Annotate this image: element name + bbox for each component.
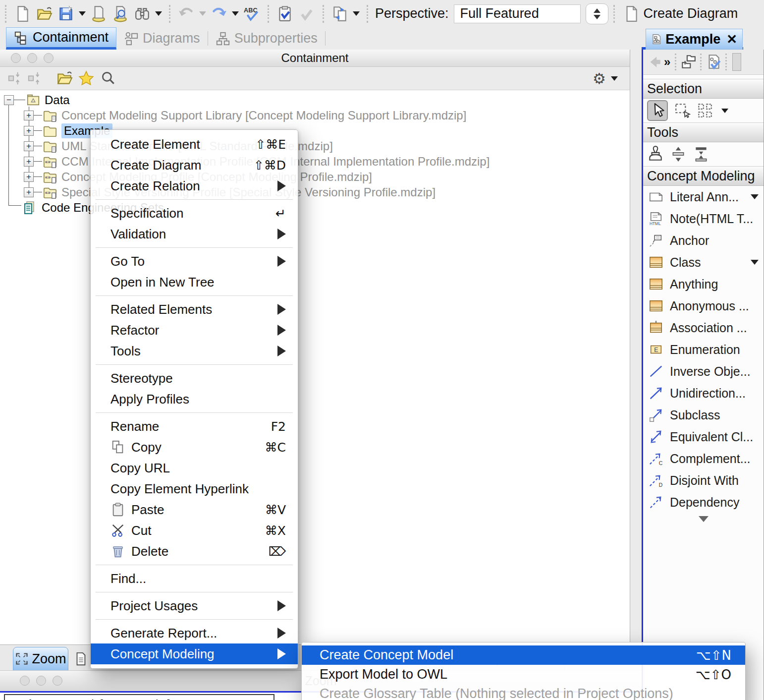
menu-item-create-element[interactable]: Create Element⇧⌘E (91, 134, 298, 155)
palette-item-class[interactable]: Class (643, 251, 764, 273)
options-dropdown-icon[interactable] (611, 76, 618, 81)
palette-item-anything[interactable]: Anything (643, 273, 764, 295)
find-icon[interactable] (134, 5, 151, 22)
palette-item-inverse-obje[interactable]: Inverse Obje... (643, 360, 764, 382)
menu-item-copy[interactable]: Copy⌘C (91, 437, 298, 458)
collapse-toggle-icon[interactable]: − (4, 95, 14, 105)
menu-item-rename[interactable]: RenameF2 (91, 416, 298, 437)
tab-example-diagram[interactable]: Example ✕ (646, 29, 743, 50)
menu-item-paste[interactable]: Paste⌘V (91, 499, 298, 520)
menu-item-validation[interactable]: Validation (91, 224, 298, 244)
tree-label[interactable]: Data (45, 93, 70, 107)
tab-zoom[interactable]: Zoom (13, 647, 68, 671)
open-project-icon[interactable] (36, 5, 53, 22)
collapse-selected-icon[interactable] (27, 71, 42, 86)
tree-row-data[interactable]: − Data (0, 92, 630, 108)
spell-check-icon[interactable] (243, 5, 260, 22)
clipped-toolbar-icon[interactable] (732, 53, 741, 71)
menu-item-generate-report[interactable]: Generate Report... (91, 623, 298, 643)
perspective-stepper[interactable] (586, 3, 608, 24)
back-arrow-icon[interactable] (646, 54, 663, 70)
vertical-expand-icon[interactable] (670, 146, 687, 163)
tab-subproperties[interactable]: Subproperties (208, 27, 325, 50)
palette-section-tools[interactable]: Tools (643, 122, 764, 142)
undo-dropdown-icon[interactable] (199, 11, 206, 16)
tab-diagrams[interactable]: Diagrams (116, 27, 208, 50)
expand-toggle-icon[interactable]: + (24, 141, 34, 151)
palette-item-anchor[interactable]: Anchor (643, 230, 764, 251)
palette-item-note-html-t[interactable]: Note(HTML T... (643, 208, 764, 230)
marquee-select-icon[interactable] (674, 102, 691, 119)
favorites-icon[interactable] (78, 70, 95, 87)
expand-toggle-icon[interactable]: + (24, 187, 34, 197)
options-gear-icon[interactable]: ⚙ (593, 70, 606, 87)
selection-dropdown-icon[interactable] (721, 109, 728, 113)
redo-icon[interactable] (211, 5, 227, 22)
palette-scroll-more-icon[interactable] (643, 513, 764, 522)
submenu-item-export-model-to-owl[interactable]: Export Model to OWL⌥⇧O (302, 665, 745, 684)
menu-item-copy-url[interactable]: Copy URL (91, 458, 298, 478)
menu-item-open-in-new-tree[interactable]: Open in New Tree (91, 272, 298, 292)
menu-item-cut[interactable]: Cut⌘X (91, 520, 298, 541)
validation-results-icon[interactable] (276, 5, 293, 22)
expand-toggle-icon[interactable]: + (24, 172, 34, 182)
find-dropdown-icon[interactable] (155, 11, 162, 16)
menu-item-apply-profiles[interactable]: Apply Profiles (91, 389, 298, 409)
containment-tree-icon[interactable] (680, 54, 697, 70)
window-controls[interactable] (11, 53, 54, 63)
palette-item-unidirection[interactable]: Unidirection... (643, 382, 764, 404)
menu-item-concept-modeling[interactable]: Concept Modeling (91, 643, 298, 664)
diagram-validation-icon[interactable] (705, 54, 722, 70)
palette-item-disjoint-with[interactable]: Disjoint With (643, 469, 764, 491)
expand-toggle-icon[interactable]: + (24, 126, 34, 136)
menu-item-specification[interactable]: Specification↵ (91, 203, 298, 224)
expand-toggle-icon[interactable]: + (24, 157, 34, 167)
vertical-collapse-icon[interactable] (693, 146, 709, 163)
palette-item-complement[interactable]: Complement... (643, 448, 764, 469)
palette-item-anonymous[interactable]: Anonymous ... (643, 295, 764, 317)
perspective-select[interactable]: Full Featured (454, 4, 581, 23)
model-transfer-dropdown-icon[interactable] (353, 11, 360, 16)
chevron-down-icon[interactable] (751, 260, 759, 265)
palette-item-subclass[interactable]: Subclass (643, 404, 764, 426)
multi-select-icon[interactable] (697, 102, 713, 119)
quick-search-icon[interactable] (100, 70, 116, 87)
palette-item-literal-ann[interactable]: Literal Ann... (643, 186, 764, 208)
select-cursor-button[interactable] (647, 100, 668, 121)
menu-item-project-usages[interactable]: Project Usages (91, 595, 298, 616)
menu-item-stereotype[interactable]: Stereotype (91, 368, 298, 389)
new-project-icon[interactable] (14, 5, 31, 22)
save-project-icon[interactable] (57, 5, 74, 22)
tree-row-concept-modeling-support-library[interactable]: +Concept Modeling Support Library [Conce… (0, 108, 630, 123)
model-transfer-icon[interactable] (331, 5, 348, 22)
tree-label[interactable]: Concept Modeling Support Library [Concep… (61, 109, 466, 122)
palette-section-concept-modeling[interactable]: Concept Modeling (643, 166, 764, 186)
print-icon[interactable] (90, 5, 107, 22)
menu-item-copy-element-hyperlink[interactable]: Copy Element Hyperlink (91, 478, 298, 499)
overflow-chevron-icon[interactable]: » (664, 55, 670, 69)
palette-item-equivalent-cl[interactable]: Equivalent Cl... (643, 426, 764, 448)
chevron-down-icon[interactable] (751, 194, 759, 199)
menu-item-create-relation[interactable]: Create Relation (91, 175, 298, 196)
submenu-item-create-concept-model[interactable]: Create Concept Model⌥⇧N (302, 645, 745, 665)
palette-item-enumeration[interactable]: Enumeration (643, 339, 764, 360)
menu-item-delete[interactable]: Delete⌦ (91, 541, 298, 562)
package-frame-header[interactable]: package Example[ Example ] (4, 694, 274, 700)
menu-item-create-diagram[interactable]: Create Diagram⇧⌘D (91, 155, 298, 175)
save-dropdown-icon[interactable] (79, 11, 86, 16)
menu-item-refactor[interactable]: Refactor (91, 320, 298, 341)
menu-item-tools[interactable]: Tools (91, 341, 298, 361)
stamp-tool-icon[interactable] (647, 146, 664, 163)
palette-item-dependency[interactable]: Dependency (643, 491, 764, 513)
commit-check-icon[interactable] (298, 5, 315, 22)
open-in-tree-icon[interactable] (56, 70, 73, 87)
undo-icon[interactable] (178, 5, 195, 22)
collapse-all-icon[interactable] (7, 71, 22, 86)
close-icon[interactable]: ✕ (726, 32, 737, 47)
palette-section-selection[interactable]: Selection (643, 79, 764, 99)
window-controls[interactable] (20, 676, 62, 686)
tab-containment[interactable]: Containment (6, 27, 116, 50)
expand-toggle-icon[interactable]: + (24, 111, 34, 120)
create-diagram-button[interactable]: Create Diagram (623, 5, 738, 22)
palette-item-association[interactable]: Association ... (643, 317, 764, 339)
